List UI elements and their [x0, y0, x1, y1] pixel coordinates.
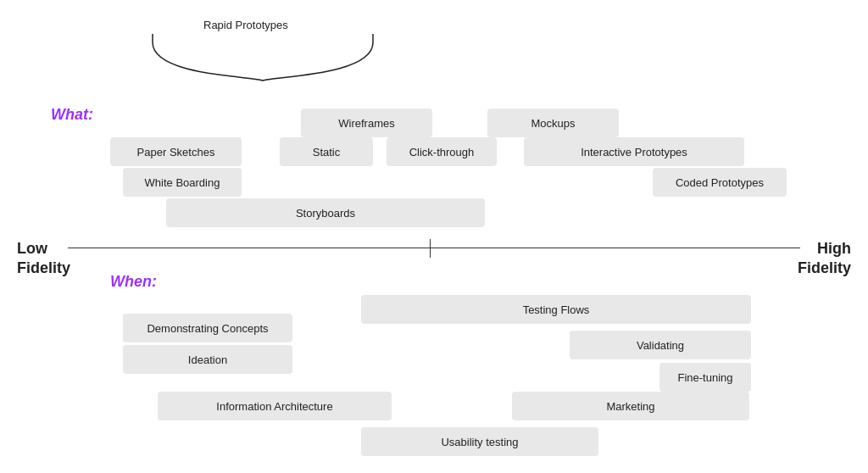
information-architecture-chip: Information Architecture	[158, 392, 392, 420]
fidelity-midmark	[430, 239, 431, 258]
usability-testing-chip: Usability testing	[361, 427, 598, 456]
interactive-prototypes-chip: Interactive Prototypes	[524, 137, 744, 166]
fine-tuning-chip: Fine-tuning	[659, 363, 751, 392]
when-label: When:	[110, 273, 157, 291]
what-label: What:	[51, 106, 93, 124]
rapid-prototypes-label: Rapid Prototypes	[203, 19, 288, 31]
validating-chip: Validating	[570, 331, 751, 359]
ideation-chip: Ideation	[123, 345, 292, 374]
fidelity-line	[68, 248, 800, 248]
brace-icon	[127, 34, 398, 85]
marketing-chip: Marketing	[512, 392, 749, 420]
wireframes-chip: Wireframes	[301, 109, 432, 137]
click-through-chip: Click-through	[387, 137, 497, 166]
low-fidelity-label: LowFidelity	[17, 239, 70, 279]
white-boarding-chip: White Boarding	[123, 168, 242, 197]
demonstrating-concepts-chip: Demonstrating Concepts	[123, 314, 292, 342]
static-chip: Static	[280, 137, 373, 166]
coded-prototypes-chip: Coded Prototypes	[653, 168, 787, 197]
diagram-container: Rapid Prototypes What: LowFidelity HighF…	[0, 0, 868, 473]
storyboards-chip: Storyboards	[166, 198, 485, 227]
mockups-chip: Mockups	[487, 109, 619, 137]
testing-flows-chip: Testing Flows	[361, 295, 751, 324]
paper-sketches-chip: Paper Sketches	[110, 137, 242, 166]
high-fidelity-label: HighFidelity	[798, 239, 851, 279]
